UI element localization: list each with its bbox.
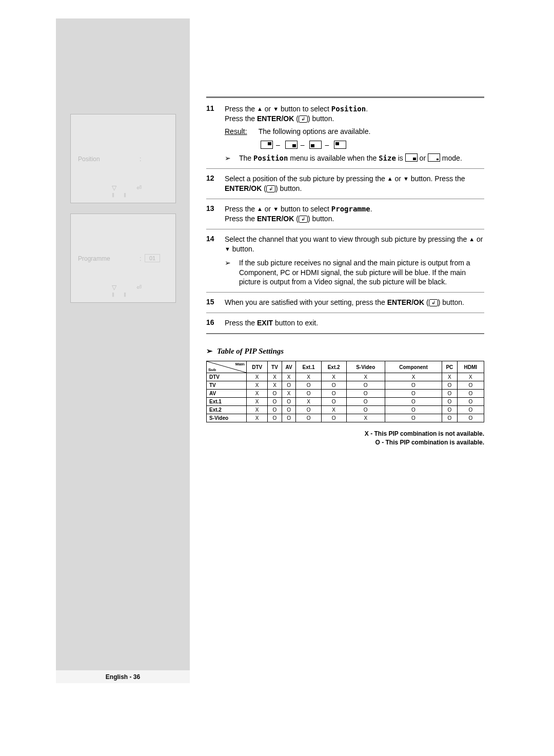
up-icon: ▲: [469, 236, 474, 243]
step-16: 16 Press the EXIT button to exit.: [206, 318, 484, 328]
osd-position-panel: Position : ▽ ⏎ ⦀⦀: [70, 114, 176, 203]
chevron-icon: ➢: [225, 258, 239, 287]
result-block: Result: The following options are availa…: [225, 127, 484, 150]
step-14: 14 Select the channel that you want to v…: [206, 235, 484, 287]
pos-top-right-icon: [261, 141, 273, 149]
note-block: ➢ If the sub picture receives no signal …: [225, 258, 484, 287]
step-11: 11 Press the ▲ or ▼ button to select Pos…: [206, 104, 484, 163]
sidebar: Position : ▽ ⏎ ⦀⦀ Programme : 01 ▽ ⏎ ⦀⦀: [56, 18, 190, 683]
position-icons-row: – – –: [261, 140, 484, 150]
step-text: Select the channel that you want to view…: [225, 235, 484, 287]
step-text: Press the ▲ or ▼ button to select Positi…: [225, 104, 484, 163]
top-rule: [206, 96, 484, 98]
osd-programme-label: Programme: [78, 255, 110, 262]
pos-bottom-right-icon: [285, 141, 298, 149]
up-icon: ▲: [257, 205, 263, 213]
size-icon-2: [428, 153, 440, 162]
chevron-icon: ➢: [225, 153, 239, 163]
step-number: 14: [206, 235, 225, 287]
legend-o: O - This PIP combination is available.: [206, 438, 484, 447]
osd-footer-icons: ▽ ⏎ ⦀⦀: [112, 184, 175, 199]
table-title-text: Table of PIP Settings: [217, 347, 284, 356]
instruction-content: 11 Press the ▲ or ▼ button to select Pos…: [206, 96, 484, 448]
chevron-icon: ➢: [206, 346, 213, 356]
table-heading: ➢ Table of PIP Settings: [206, 346, 484, 356]
enter-icon: ↲: [429, 299, 438, 306]
osd-colon: :: [140, 156, 141, 163]
step-number: 12: [206, 174, 225, 193]
result-label: Result:: [225, 127, 256, 137]
osd-colon: :: [140, 255, 141, 262]
step-number: 13: [206, 204, 225, 224]
note-text: If the sub picture receives no signal an…: [239, 258, 484, 287]
step-number: 11: [206, 104, 225, 163]
step-15: 15 When you are satisfied with your sett…: [206, 298, 484, 307]
down-icon: ▼: [403, 175, 409, 183]
step-13: 13 Press the ▲ or ▼ button to select Pro…: [206, 204, 484, 224]
manual-page: Position : ▽ ⏎ ⦀⦀ Programme : 01 ▽ ⏎ ⦀⦀ …: [0, 0, 554, 756]
down-icon: ▼: [225, 245, 230, 253]
step-text: When you are satisfied with your setting…: [225, 298, 484, 307]
up-icon: ▲: [257, 105, 263, 113]
osd-position-label: Position: [78, 156, 100, 163]
enter-icon: ↲: [266, 185, 275, 192]
osd-footer-icons: ▽ ⏎ ⦀⦀: [112, 284, 175, 298]
note-block: ➢ The Position menu is available when th…: [225, 153, 484, 163]
step-12: 12 Select a position of the sub picture …: [206, 174, 484, 193]
result-text: The following options are available.: [259, 127, 371, 135]
pos-top-left-icon: [334, 141, 346, 149]
size-icon-1: [405, 153, 418, 162]
pos-bottom-left-icon: [309, 141, 322, 149]
up-icon: ▲: [387, 175, 393, 183]
down-icon: ▼: [273, 205, 279, 213]
table-legend: X - This PIP combination is not availabl…: [206, 430, 484, 448]
enter-icon: ↲: [299, 115, 308, 123]
step-text: Press the ▲ or ▼ button to select Progra…: [225, 204, 484, 224]
step-text: Press the EXIT button to exit.: [225, 318, 484, 328]
step-number: 16: [206, 318, 225, 328]
bottom-rule: [206, 333, 484, 334]
step-text: Select a position of the sub picture by …: [225, 174, 484, 193]
page-footer: English - 36: [56, 670, 190, 683]
osd-programme-value: 01: [145, 254, 160, 262]
pip-settings-table: MainSubDTVTVAVExt.1Ext.2S-VideoComponent…: [206, 361, 484, 422]
step-number: 15: [206, 298, 225, 307]
osd-programme-panel: Programme : 01 ▽ ⏎ ⦀⦀: [70, 214, 176, 303]
legend-x: X - This PIP combination is not availabl…: [206, 430, 484, 438]
enter-icon: ↲: [299, 216, 308, 223]
down-icon: ▼: [273, 105, 279, 113]
